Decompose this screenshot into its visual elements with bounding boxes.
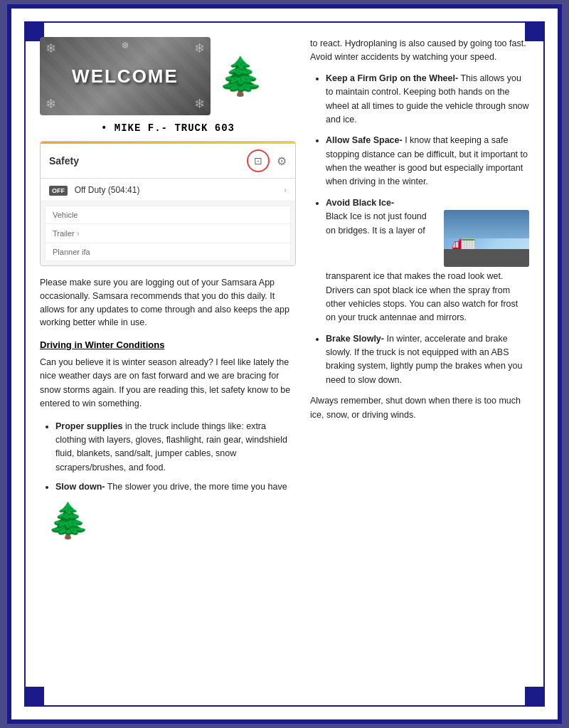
snowflake-1: ❄ (46, 41, 56, 56)
snowflake-4: ❄ (194, 96, 205, 112)
road (444, 249, 529, 267)
vehicle-field: Vehicle (46, 206, 290, 224)
placeholder-field: Planner ifa (46, 243, 290, 260)
list-item: Avoid Black Ice- Black Ice is not just f… (326, 196, 529, 325)
app-mockup: Safety ⊡ ⚙ OFF Off Duty (504:41) › (40, 141, 296, 266)
app-fields: Vehicle Trailer › Planner ifa (45, 206, 291, 261)
rb-bold-3: Avoid Black Ice- (326, 198, 394, 208)
left-column: ❄ ❄ ❄ ❄ ❆ WELCOME 🌲 MIKE F.- TRUCK 603 (40, 37, 296, 541)
snowflake-3: ❄ (46, 96, 56, 112)
app-title: Safety (49, 155, 79, 167)
driver-name: MIKE F.- TRUCK 603 (40, 122, 296, 134)
list-item: Allow Safe Space- I know that keeping a … (326, 134, 529, 189)
duty-left: OFF Off Duty (504:41) (49, 184, 139, 195)
tree-icon-top: 🌲 (218, 58, 264, 95)
section-title: Driving in Winter Conditions (40, 339, 296, 350)
page-container: ❄ ❄ ❄ ❄ ❆ WELCOME 🌲 MIKE F.- TRUCK 603 (7, 4, 562, 724)
samsara-note: Please make sure you are logging out of … (40, 276, 296, 329)
snowflake-2: ❄ (194, 41, 205, 56)
app-circle-icon[interactable]: ⊡ (247, 149, 270, 172)
corner-decoration-bl (24, 687, 44, 707)
truck-image (444, 210, 529, 267)
left-bullet-list: Proper supplies in the truck include thi… (40, 420, 296, 495)
welcome-banner: ❄ ❄ ❄ ❄ ❆ WELCOME (40, 37, 211, 115)
welcome-text: WELCOME (72, 65, 179, 88)
snowflake-5: ❆ (122, 41, 129, 51)
right-bullet-list: Keep a Firm Grip on the Wheel- This allo… (310, 72, 529, 387)
always-remember: Always remember, shut down when there is… (310, 394, 529, 422)
trailer-label: Trailer (53, 229, 75, 238)
app-header: Safety ⊡ ⚙ (41, 144, 295, 179)
trailer-field: Trailer › (46, 224, 290, 243)
inner-border: ❄ ❄ ❄ ❄ ❆ WELCOME 🌲 MIKE F.- TRUCK 603 (24, 21, 545, 707)
trailer-chevron: › (77, 228, 80, 238)
duty-text: Off Duty (504:41) (75, 185, 140, 195)
content-area: ❄ ❄ ❄ ❄ ❆ WELCOME 🌲 MIKE F.- TRUCK 603 (40, 37, 529, 541)
bullet-bold-2: Slow down- (55, 482, 105, 492)
tree-icon-bottom: 🌲 (40, 501, 296, 541)
list-item: Slow down- The slower you drive, the mor… (55, 480, 296, 494)
gear-icon[interactable]: ⚙ (277, 154, 287, 168)
corner-decoration-br (525, 687, 545, 707)
rb-bold-4: Brake Slowly- (326, 334, 384, 344)
bullet-bold-1: Proper supplies (55, 421, 122, 431)
black-ice-text: Black Ice is not just found on bridges. … (326, 210, 438, 267)
rb-text-3a: Black Ice is not just found on bridges. … (326, 211, 427, 235)
app-duty-row[interactable]: OFF Off Duty (504:41) › (41, 179, 295, 201)
rb-bold-2: Allow Safe Space- (326, 135, 403, 145)
right-column: to react. Hydroplaning is also caused by… (310, 37, 529, 541)
right-intro: to react. Hydroplaning is also caused by… (310, 37, 529, 65)
list-item: Keep a Firm Grip on the Wheel- This allo… (326, 72, 529, 127)
chevron-icon: › (284, 185, 287, 195)
black-ice-content: Black Ice is not just found on bridges. … (326, 210, 529, 267)
app-icon-group: ⊡ ⚙ (247, 149, 287, 172)
winter-intro: Can you believe it is winter season alre… (40, 356, 296, 411)
off-badge: OFF (49, 186, 68, 196)
list-item: Proper supplies in the truck include thi… (55, 420, 296, 475)
rb-bold-1: Keep a Firm Grip on the Wheel- (326, 73, 458, 83)
list-item: Brake Slowly- In winter, accelerate and … (326, 332, 529, 388)
bullet-text-2: The slower you drive, the more time you … (107, 482, 287, 492)
welcome-section: ❄ ❄ ❄ ❄ ❆ WELCOME 🌲 (40, 37, 296, 115)
corner-decoration-tr (525, 21, 545, 41)
rb-text-3b: transparent ice that makes the road look… (326, 271, 518, 322)
